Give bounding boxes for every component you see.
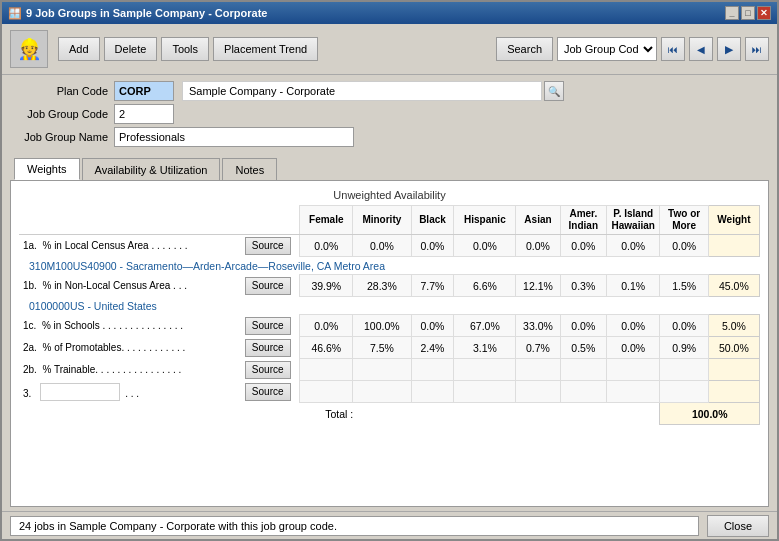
row-1b-p-island: 0.1%: [607, 275, 660, 297]
nav-prev-button[interactable]: ◀: [689, 37, 713, 61]
row-1a-weight: [708, 235, 759, 257]
row-2a: 2a. % of Promotables. . . . . . . . . . …: [19, 337, 760, 359]
row-3-black: [411, 381, 454, 403]
col-header-weight: Weight: [708, 206, 759, 235]
row-3-minority: [353, 381, 411, 403]
row-2a-hispanic: 3.1%: [454, 337, 516, 359]
row-2a-minority: 7.5%: [353, 337, 411, 359]
row-2a-weight: 50.0%: [708, 337, 759, 359]
nav-first-button[interactable]: ⏮: [661, 37, 685, 61]
tools-button[interactable]: Tools: [161, 37, 209, 61]
title-bar-controls: _ □ ✕: [725, 6, 771, 20]
weights-table: Female Minority Black Hispanic Asian Ame…: [19, 205, 760, 425]
close-window-button[interactable]: ✕: [757, 6, 771, 20]
row-2a-label: 2a. % of Promotables. . . . . . . . . . …: [19, 337, 236, 359]
job-group-code-input[interactable]: [114, 104, 174, 124]
tab-notes[interactable]: Notes: [222, 158, 277, 180]
row-1c-two-or-more: 0.0%: [660, 315, 708, 337]
row-1a-source-cell: Source: [236, 235, 300, 257]
row-3-source-button[interactable]: Source: [245, 383, 291, 401]
group-code-select[interactable]: Job Group Code: [557, 37, 657, 61]
toolbar: 👷 Add Delete Tools Placement Trend Searc…: [2, 24, 777, 75]
row-2b-two-or-more: [660, 359, 708, 381]
row-1c-weight: 5.0%: [708, 315, 759, 337]
row-2b-asian: [516, 359, 560, 381]
row-1c: 1c. % in Schools . . . . . . . . . . . .…: [19, 315, 760, 337]
plan-code-input[interactable]: [114, 81, 174, 101]
row-3-weight: [708, 381, 759, 403]
row-1a-asian: 0.0%: [516, 235, 560, 257]
row-1b-asian: 12.1%: [516, 275, 560, 297]
row-2a-source-button[interactable]: Source: [245, 339, 291, 357]
row-1a-amer-indian: 0.0%: [560, 235, 606, 257]
row-1c-amer-indian: 0.0%: [560, 315, 606, 337]
title-bar-left: 🪟 9 Job Groups in Sample Company - Corpo…: [8, 7, 267, 20]
info-row-1b: 0100000US - United States: [19, 297, 760, 315]
row-1a-black: 0.0%: [411, 235, 454, 257]
row-1c-hispanic: 67.0%: [454, 315, 516, 337]
row-3-female: [300, 381, 353, 403]
row-1a-source-button[interactable]: Source: [245, 237, 291, 255]
row-1b-source-cell: Source: [236, 275, 300, 297]
row-1c-source-cell: Source: [236, 315, 300, 337]
row-2a-female: 46.6%: [300, 337, 353, 359]
row-2b-source-cell: Source: [236, 359, 300, 381]
close-button[interactable]: Close: [707, 515, 769, 537]
col-header-two-or-more: Two orMore: [660, 206, 708, 235]
row-1c-source-button[interactable]: Source: [245, 317, 291, 335]
tab-weights[interactable]: Weights: [14, 158, 80, 180]
info-text-1a: 310M100US40900 - Sacramento—Arden-Arcade…: [19, 257, 760, 275]
job-group-name-input[interactable]: [114, 127, 354, 147]
job-group-code-label: Job Group Code: [14, 108, 114, 120]
title-bar: 🪟 9 Job Groups in Sample Company - Corpo…: [2, 2, 777, 24]
table-title: Unweighted Availability: [19, 189, 760, 201]
col-header-black: Black: [411, 206, 454, 235]
placement-trend-button[interactable]: Placement Trend: [213, 37, 318, 61]
tab-availability-utilization[interactable]: Availability & Utilization: [82, 158, 221, 180]
row-1c-black: 0.0%: [411, 315, 454, 337]
row-2b-hispanic: [454, 359, 516, 381]
row-1b-minority: 28.3%: [353, 275, 411, 297]
row-3-label: 3. . . .: [19, 381, 236, 403]
search-button[interactable]: Search: [496, 37, 553, 61]
plan-code-row: Plan Code Sample Company - Corporate 🔍: [14, 81, 765, 101]
row-1a-hispanic: 0.0%: [454, 235, 516, 257]
plan-code-label: Plan Code: [14, 85, 114, 97]
row-3-text-input[interactable]: [40, 383, 120, 401]
row-1a-female: 0.0%: [300, 235, 353, 257]
row-1a: 1a. % in Local Census Area . . . . . . .…: [19, 235, 760, 257]
add-button[interactable]: Add: [58, 37, 100, 61]
tabs-section: Weights Availability & Utilization Notes: [2, 154, 777, 180]
row-3-asian: [516, 381, 560, 403]
minimize-button[interactable]: _: [725, 6, 739, 20]
delete-button[interactable]: Delete: [104, 37, 158, 61]
job-group-code-row: Job Group Code: [14, 104, 765, 124]
row-3-p-island: [607, 381, 660, 403]
col-header-asian: Asian: [516, 206, 560, 235]
row-1c-label: 1c. % in Schools . . . . . . . . . . . .…: [19, 315, 236, 337]
company-search-icon[interactable]: 🔍: [544, 81, 564, 101]
company-name-display: Sample Company - Corporate: [182, 81, 542, 101]
row-1c-minority: 100.0%: [353, 315, 411, 337]
job-group-name-row: Job Group Name: [14, 127, 765, 147]
row-2b: 2b. % Trainable. . . . . . . . . . . . .…: [19, 359, 760, 381]
nav-last-button[interactable]: ⏭: [745, 37, 769, 61]
row-2a-asian: 0.7%: [516, 337, 560, 359]
row-1c-asian: 33.0%: [516, 315, 560, 337]
group-code-dropdown-group: Job Group Code: [557, 37, 657, 61]
restore-button[interactable]: □: [741, 6, 755, 20]
info-row-1a: 310M100US40900 - Sacramento—Arden-Arcade…: [19, 257, 760, 275]
row-1b-hispanic: 6.6%: [454, 275, 516, 297]
form-section: Plan Code Sample Company - Corporate 🔍 J…: [2, 75, 777, 154]
row-1a-minority: 0.0%: [353, 235, 411, 257]
row-3-amer-indian: [560, 381, 606, 403]
row-2a-two-or-more: 0.9%: [660, 337, 708, 359]
row-2b-source-button[interactable]: Source: [245, 361, 291, 379]
row-1b-label: 1b. % in Non-Local Census Area . . .: [19, 275, 236, 297]
window-title: 9 Job Groups in Sample Company - Corpora…: [26, 7, 267, 19]
nav-next-button[interactable]: ▶: [717, 37, 741, 61]
job-group-name-label: Job Group Name: [14, 131, 114, 143]
row-1b-source-button[interactable]: Source: [245, 277, 291, 295]
row-2b-weight: [708, 359, 759, 381]
main-window: 🪟 9 Job Groups in Sample Company - Corpo…: [0, 0, 779, 541]
